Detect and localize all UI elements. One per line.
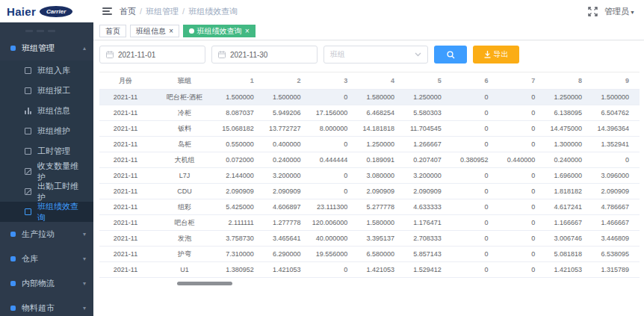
table-cell: 40.360946 bbox=[217, 278, 264, 280]
table-cell: 大机组 bbox=[152, 152, 217, 168]
haier-logo: Haier bbox=[7, 5, 36, 18]
team-select-placeholder: 班组 bbox=[330, 49, 345, 60]
sidebar-item-team-performance-query[interactable]: 班组绩效查询 bbox=[0, 202, 93, 222]
table-row: 2021-11L7J2.1440003.20000003.0800003.200… bbox=[99, 168, 640, 184]
breadcrumb-current-page: 班组绩效查询 bbox=[188, 6, 238, 17]
topbar-right: 管理员▼ bbox=[588, 6, 635, 17]
table-cell: 1.166667 bbox=[545, 215, 592, 231]
sidebar-item-attendance-hours-maintenance[interactable]: 出勤工时维护 bbox=[0, 182, 93, 202]
close-icon[interactable]: × bbox=[245, 28, 250, 35]
sidebar-item-work-hours-management[interactable]: 工时管理 bbox=[0, 141, 93, 161]
top-bar: 首页 / 班组管理 / 班组绩效查询 管理员▼ bbox=[93, 0, 644, 22]
column-header: 8 bbox=[545, 72, 592, 90]
table-cell: 吧台柜-酒柜 bbox=[152, 90, 217, 105]
sidebar-item-team-maintenance[interactable]: 班组维护 bbox=[0, 121, 93, 141]
table-cell: 1.250000 bbox=[545, 90, 592, 105]
table-cell: 0.550000 bbox=[217, 137, 264, 152]
table-cell: 1.352941 bbox=[592, 137, 640, 152]
chevron-down-icon: ▾ bbox=[83, 256, 86, 262]
sidebar-group-internal-logistics[interactable]: 内部物流▾ bbox=[0, 271, 93, 296]
table-cell: 5.478674 bbox=[545, 278, 592, 280]
table-cell: 0 bbox=[499, 199, 546, 215]
end-date-input[interactable]: 2021-11-30 bbox=[211, 46, 318, 63]
table-cell: 2021-11 bbox=[99, 105, 152, 121]
sidebar-group-team-management[interactable]: 班组管理▴ bbox=[0, 36, 93, 61]
table-cell: 0.240000 bbox=[545, 152, 592, 168]
table-cell: 6.504762 bbox=[592, 105, 640, 121]
sidebar-item-revenue-quantity-maintenance[interactable]: 收支数量维护 bbox=[0, 161, 93, 182]
sidebar-item-team-info[interactable]: 班组信息 bbox=[0, 101, 93, 121]
table-cell: 0 bbox=[499, 247, 546, 262]
sidebar-item-team-inbound[interactable]: 班组入库 bbox=[0, 61, 93, 81]
tab-team-performance-query[interactable]: 班组绩效查询× bbox=[183, 25, 256, 37]
sidebar-group-warehouse[interactable]: 仓库▾ bbox=[0, 247, 93, 271]
table-cell: 2021-11 bbox=[99, 168, 152, 184]
table-cell: 3.446809 bbox=[592, 231, 640, 247]
breadcrumb-home[interactable]: 首页 bbox=[120, 6, 136, 17]
breadcrumb-separator: / bbox=[182, 7, 185, 16]
table-cell: 5.425000 bbox=[217, 199, 264, 215]
table-cell: 0 bbox=[452, 199, 499, 215]
sidebar-group-material-supermarket[interactable]: 物料超市▾ bbox=[0, 296, 93, 316]
table-cell: U1 bbox=[152, 262, 217, 278]
tab-label: 班组绩效查询 bbox=[197, 26, 242, 37]
sidebar-item-team-work-report[interactable]: 班组报工 bbox=[0, 81, 93, 101]
table-cell: 2021-11 bbox=[99, 278, 152, 280]
column-header: 7 bbox=[499, 72, 546, 90]
box-icon bbox=[25, 67, 31, 74]
table-cell: 组彩 bbox=[152, 199, 217, 215]
sidebar-group-label: 生产拉动 bbox=[22, 229, 77, 240]
table-cell: 0 bbox=[452, 90, 499, 105]
table-cell: 2021-11 bbox=[99, 231, 152, 247]
column-header: 9 bbox=[592, 72, 640, 90]
table-cell: 0 bbox=[452, 247, 499, 262]
table-cell: 120.006000 bbox=[312, 215, 359, 231]
table-cell: 5.857143 bbox=[405, 247, 452, 262]
main-content: 2021-11-01 2021-11-30 班组 bbox=[93, 41, 644, 316]
search-button[interactable] bbox=[434, 46, 467, 63]
close-icon[interactable]: × bbox=[169, 28, 173, 35]
table-cell: 6.138095 bbox=[545, 105, 592, 121]
table-cell: 2021-11 bbox=[99, 137, 152, 152]
table-cell: 6.290000 bbox=[264, 247, 312, 262]
horizontal-scrollbar-thumb[interactable] bbox=[177, 282, 232, 285]
start-date-input[interactable]: 2021-11-01 bbox=[99, 46, 205, 63]
table-cell: 3.200000 bbox=[405, 168, 452, 184]
export-button[interactable]: 导出 bbox=[473, 46, 519, 63]
box-icon bbox=[25, 208, 31, 215]
hamburger-icon[interactable] bbox=[102, 7, 112, 15]
sidebar-item-label: 班组维护 bbox=[37, 126, 70, 137]
table-cell: 1.500000 bbox=[264, 90, 312, 105]
table-cell: 0 bbox=[312, 137, 359, 152]
table-cell: 44.043411 bbox=[264, 278, 312, 280]
fullscreen-icon[interactable] bbox=[588, 7, 598, 16]
table-cell: 2.090909 bbox=[592, 184, 640, 199]
table-row: 2021-11吧台柜-酒柜1.5000001.50000001.5800001.… bbox=[99, 90, 640, 105]
table-row: 2021-11大机组0.0720000.2400000.4444440.1890… bbox=[99, 152, 640, 168]
calendar-icon bbox=[106, 51, 114, 58]
table-cell: 3.395137 bbox=[358, 231, 405, 247]
table-cell: 13.772727 bbox=[264, 121, 312, 137]
sidebar-item-label: 出勤工时维护 bbox=[37, 181, 86, 203]
table-cell: 3.006746 bbox=[545, 231, 592, 247]
tab-team-info[interactable]: 班组信息× bbox=[130, 25, 179, 37]
table-row: 2021-11U11.3809521.42105301.4210531.5294… bbox=[99, 262, 640, 278]
chevron-down-icon: ▾ bbox=[83, 306, 86, 312]
sidebar-group-label: 物料超市 bbox=[22, 303, 77, 314]
tab-home[interactable]: 首页 bbox=[99, 25, 126, 37]
sidebar-group-production-pull[interactable]: 生产拉动▾ bbox=[0, 222, 93, 247]
table-cell: 0.189091 bbox=[358, 152, 405, 168]
table-cell: 钣料 bbox=[152, 121, 217, 137]
table-cell: 冷柜 bbox=[152, 105, 217, 121]
user-menu[interactable]: 管理员▼ bbox=[604, 6, 635, 17]
search-icon bbox=[447, 51, 455, 59]
table-cell: 1.250000 bbox=[405, 90, 452, 105]
table-cell: 11.704545 bbox=[405, 121, 452, 137]
table-cell: 0 bbox=[499, 215, 546, 231]
sidebar-menu: 班组管理▴班组入库班组报工班组信息班组维护工时管理收支数量维护出勤工时维护班组绩… bbox=[0, 36, 93, 316]
table-cell: 0 bbox=[452, 168, 499, 184]
table-cell: 44.002222 bbox=[405, 278, 452, 280]
sidebar-item-label: 班组信息 bbox=[37, 105, 70, 117]
team-select[interactable]: 班组 bbox=[323, 46, 428, 63]
sidebar-item-label: 班组入库 bbox=[37, 65, 70, 76]
